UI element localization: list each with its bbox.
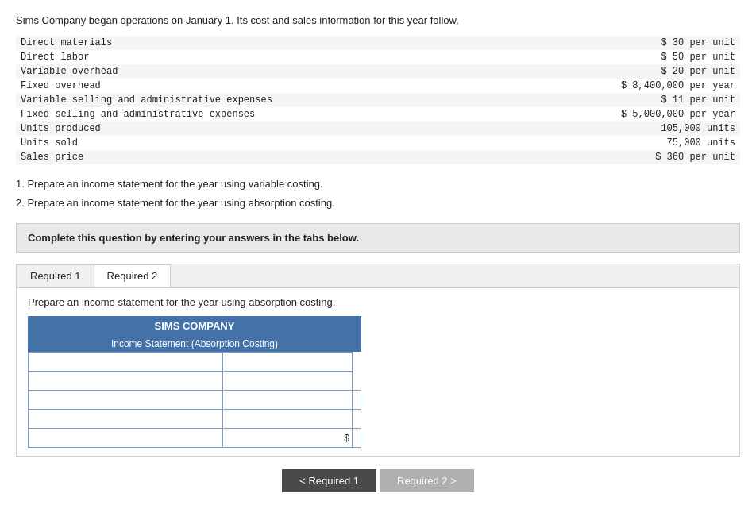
income-row-1 <box>29 353 361 372</box>
bottom-navigation: < Required 1 Required 2 > <box>16 469 740 492</box>
tabs-container: Required 1 Required 2 Prepare an income … <box>16 264 740 457</box>
data-row-label-0: Direct materials <box>16 36 415 50</box>
income-row-3 <box>29 391 361 410</box>
data-row-label-7: Units sold <box>16 136 415 150</box>
income-row-5: $ <box>29 429 361 448</box>
income-dollar-5: $ <box>222 429 352 448</box>
income-statement-wrapper: SIMS COMPANY Income Statement (Absorptio… <box>28 316 361 448</box>
tab-required1[interactable]: Required 1 <box>17 264 94 287</box>
data-row-value-5: $ 5,000,000 per year <box>415 107 740 121</box>
income-label-4 <box>29 410 223 429</box>
income-value-2 <box>222 372 352 391</box>
intro-paragraph: Sims Company began operations on January… <box>16 14 740 26</box>
income-input-label-1[interactable] <box>33 357 218 368</box>
data-row-label-2: Variable overhead <box>16 64 415 79</box>
instruction-line2: 2. Prepare an income statement for the y… <box>16 195 740 212</box>
income-input-label-5[interactable] <box>33 433 218 444</box>
income-input-value-1[interactable] <box>227 357 348 368</box>
income-input-value-2[interactable] <box>227 376 348 387</box>
tab-required2[interactable]: Required 2 <box>94 264 172 287</box>
income-input-label-3[interactable] <box>33 395 218 406</box>
back-button[interactable]: < Required 1 <box>282 469 376 492</box>
data-row-label-4: Variable selling and administrative expe… <box>16 93 415 107</box>
income-input-label-2[interactable] <box>33 376 218 387</box>
data-row-label-1: Direct labor <box>16 50 415 64</box>
tabs-row: Required 1 Required 2 <box>17 264 739 288</box>
income-label-1 <box>29 353 223 372</box>
income-title: Income Statement (Absorption Costing) <box>28 336 361 352</box>
data-row-value-2: $ 20 per unit <box>415 64 740 79</box>
instruction-line1: 1. Prepare an income statement for the y… <box>16 175 740 193</box>
data-row-label-5: Fixed selling and administrative expense… <box>16 107 415 121</box>
data-row-value-3: $ 8,400,000 per year <box>415 79 740 93</box>
income-company-name: SIMS COMPANY <box>28 316 361 336</box>
income-input-label-4[interactable] <box>33 414 218 425</box>
data-row-label-6: Units produced <box>16 121 415 136</box>
income-value-4 <box>222 410 352 429</box>
income-label-3 <box>29 391 223 410</box>
data-row-value-4: $ 11 per unit <box>415 93 740 107</box>
income-total-5 <box>352 429 361 448</box>
data-row-value-7: 75,000 units <box>415 136 740 150</box>
income-label-2 <box>29 372 223 391</box>
data-row-value-6: 105,000 units <box>415 121 740 136</box>
data-row-value-8: $ 360 per unit <box>415 150 740 164</box>
data-row-label-8: Sales price <box>16 150 415 164</box>
income-value-1 <box>222 353 352 372</box>
income-grid: $ <box>28 352 361 448</box>
cost-data-table: Direct materials$ 30 per unitDirect labo… <box>16 36 740 164</box>
data-row-label-3: Fixed overhead <box>16 79 415 93</box>
income-row-4 <box>29 410 361 429</box>
income-dollar-3 <box>222 391 352 410</box>
data-row-value-1: $ 50 per unit <box>415 50 740 64</box>
income-label-5 <box>29 429 223 448</box>
income-total-3 <box>352 391 361 410</box>
data-row-value-0: $ 30 per unit <box>415 36 740 50</box>
tab-content: Prepare an income statement for the year… <box>17 288 739 456</box>
income-row-2 <box>29 372 361 391</box>
income-input-value-4[interactable] <box>227 414 348 425</box>
forward-button[interactable]: Required 2 > <box>380 469 474 492</box>
instruction-box: Complete this question by entering your … <box>16 223 740 253</box>
tab-description: Prepare an income statement for the year… <box>28 296 728 308</box>
instructions: 1. Prepare an income statement for the y… <box>16 175 740 212</box>
